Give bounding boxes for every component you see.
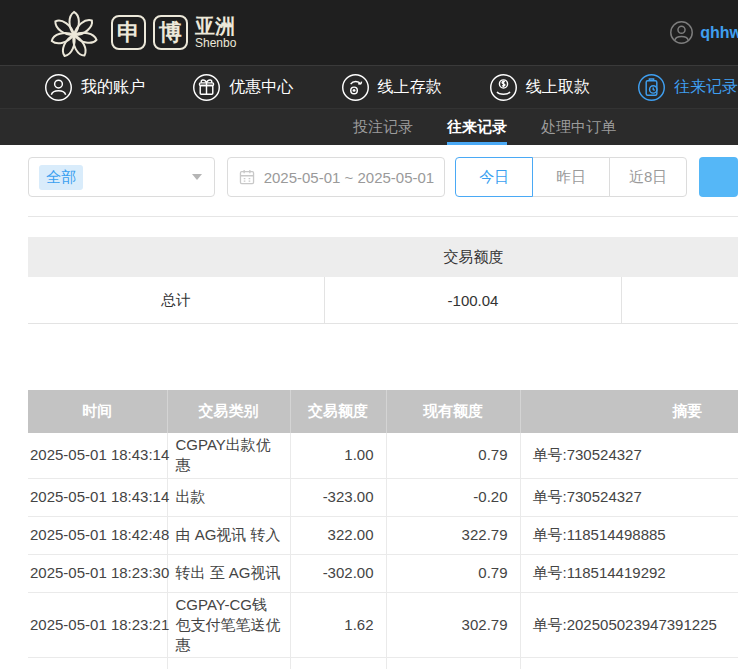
- summary-total-label: 总计: [28, 277, 325, 323]
- deposit-icon: [341, 73, 370, 102]
- tab-betting-records[interactable]: 投注记录: [353, 109, 413, 145]
- nav-label: 线上取款: [526, 77, 590, 98]
- col-time: 时间: [28, 390, 167, 433]
- cell-balance: 0.79: [386, 554, 520, 592]
- table-row: 2025-05-01 18:23:30 转出 至 AG视讯 -302.00 0.…: [28, 554, 738, 592]
- summary-total-value: -100.04: [325, 277, 622, 323]
- nav-item-withdraw[interactable]: 线上取款: [489, 73, 590, 102]
- brand-char-shen: 申: [111, 15, 146, 50]
- nav-item-transaction-records[interactable]: 往来记录: [637, 73, 738, 102]
- cell-time: 2025-05-01 18:43:14: [28, 478, 167, 516]
- cell-balance: 301.17: [386, 658, 520, 669]
- tab-pending-orders[interactable]: 处理中订单: [541, 109, 616, 145]
- cell-time: 2025-05-01 18:43:14: [28, 433, 167, 478]
- table-row: 2025-05-01 18:43:14 出款 -323.00 -0.20 单号:…: [28, 478, 738, 516]
- cell-amount: 1.00: [290, 433, 386, 478]
- nav-label: 我的账户: [81, 77, 145, 98]
- cell-time: 2025-05-01 18:23:21: [28, 592, 167, 658]
- cell-type: CGPAY-CG钱包支付笔笔送优惠: [167, 592, 290, 658]
- cell-remark: 单号:118514498885: [520, 516, 738, 554]
- cell-amount: -302.00: [290, 554, 386, 592]
- content-area: 全部 2025-05-01 ~ 2025-05-01 今日 昨日 近8日 交易额…: [0, 145, 738, 669]
- summary-total-row: 总计 -100.04: [28, 277, 738, 324]
- cell-remark: 单号:202505023947391225: [520, 592, 738, 658]
- brand-subtitle: Shenbo: [195, 37, 236, 50]
- summary-header-row: 交易额度: [28, 237, 738, 277]
- category-select[interactable]: 全部: [28, 157, 215, 197]
- cell-type: 出款: [167, 478, 290, 516]
- cell-amount: 1.62: [290, 592, 386, 658]
- nav-item-deposit[interactable]: 线上存款: [341, 73, 442, 102]
- transactions-table: 时间 交易类别 交易额度 现有额度 摘要 2025-05-01 18:43:14…: [28, 390, 738, 669]
- topbar: 申 博 亚洲 Shenbo qhhw: [0, 0, 738, 65]
- cell-remark: 单号:118514419292: [520, 554, 738, 592]
- summary-total-extra: [622, 277, 738, 323]
- col-amount: 交易额度: [290, 390, 386, 433]
- user-account[interactable]: qhhw: [669, 20, 738, 45]
- nav-item-promotions[interactable]: 优惠中心: [192, 73, 293, 102]
- table-row: 2025-05-01 18:42:48 由 AG视讯 转入 322.00 322…: [28, 516, 738, 554]
- withdraw-icon: [489, 73, 518, 102]
- today-button[interactable]: 今日: [455, 157, 533, 197]
- col-balance: 现有额度: [386, 390, 520, 433]
- yesterday-button[interactable]: 昨日: [532, 157, 610, 197]
- cell-amount: -323.00: [290, 478, 386, 516]
- cell-time: 2025-05-01 18:23:30: [28, 554, 167, 592]
- main-nav: 我的账户 优惠中心 线上存款: [0, 65, 738, 108]
- cell-remark: 单号:202505023947391225: [520, 658, 738, 669]
- table-row: 2025-05-01 18:23:21 CGPAY支付 270.00 301.1…: [28, 658, 738, 669]
- summary-table: 交易额度 总计 -100.04: [28, 237, 738, 324]
- nav-label: 往来记录: [674, 77, 738, 98]
- cell-type: CGPAY支付: [167, 658, 290, 669]
- cell-balance: 0.79: [386, 433, 520, 478]
- record-subtabs: 投注记录 往来记录 处理中订单: [0, 108, 738, 145]
- cell-balance: 322.79: [386, 516, 520, 554]
- cell-time: 2025-05-01 18:42:48: [28, 516, 167, 554]
- table-row: 2025-05-01 18:23:21 CGPAY-CG钱包支付笔笔送优惠 1.…: [28, 592, 738, 658]
- username: qhhw: [700, 24, 738, 42]
- cell-remark: 单号:730524327: [520, 433, 738, 478]
- cell-amount: 322.00: [290, 516, 386, 554]
- records-icon: [637, 73, 666, 102]
- table-header-row: 时间 交易类别 交易额度 现有额度 摘要: [28, 390, 738, 433]
- cell-amount: 270.00: [290, 658, 386, 669]
- tab-transaction-records[interactable]: 往来记录: [447, 109, 507, 145]
- cell-balance: -0.20: [386, 478, 520, 516]
- gift-icon: [192, 73, 221, 102]
- cell-type: 由 AG视讯 转入: [167, 516, 290, 554]
- user-avatar-icon: [669, 20, 694, 45]
- section-divider: [28, 216, 738, 217]
- last-8-days-button[interactable]: 近8日: [609, 157, 687, 197]
- brand-char-bo: 博: [153, 15, 188, 50]
- col-type: 交易类别: [167, 390, 290, 433]
- search-button[interactable]: [699, 157, 738, 197]
- date-range-value: 2025-05-01 ~ 2025-05-01: [264, 169, 435, 186]
- quick-range-group: 今日 昨日 近8日: [455, 157, 687, 197]
- user-icon: [44, 73, 73, 102]
- nav-label: 线上存款: [378, 77, 442, 98]
- col-remark: 摘要: [520, 390, 738, 433]
- lotus-logo-icon: [44, 3, 104, 63]
- brand-region: 亚洲: [195, 16, 236, 37]
- cell-type: 转出 至 AG视讯: [167, 554, 290, 592]
- cell-remark: 单号:730524327: [520, 478, 738, 516]
- nav-label: 优惠中心: [229, 77, 293, 98]
- date-range-input[interactable]: 2025-05-01 ~ 2025-05-01: [227, 157, 446, 197]
- filter-row: 全部 2025-05-01 ~ 2025-05-01 今日 昨日 近8日: [28, 157, 738, 197]
- cell-type: CGPAY出款优惠: [167, 433, 290, 478]
- cell-balance: 302.79: [386, 592, 520, 658]
- table-row: 2025-05-01 18:43:14 CGPAY出款优惠 1.00 0.79 …: [28, 433, 738, 478]
- summary-header-amount: 交易额度: [325, 248, 622, 267]
- calendar-icon: [238, 168, 256, 186]
- chevron-down-icon: [192, 174, 202, 180]
- brand-logo[interactable]: 申 博 亚洲 Shenbo: [44, 3, 236, 63]
- category-selected-value: 全部: [39, 165, 83, 190]
- cell-time: 2025-05-01 18:23:21: [28, 658, 167, 669]
- nav-item-my-account[interactable]: 我的账户: [44, 73, 145, 102]
